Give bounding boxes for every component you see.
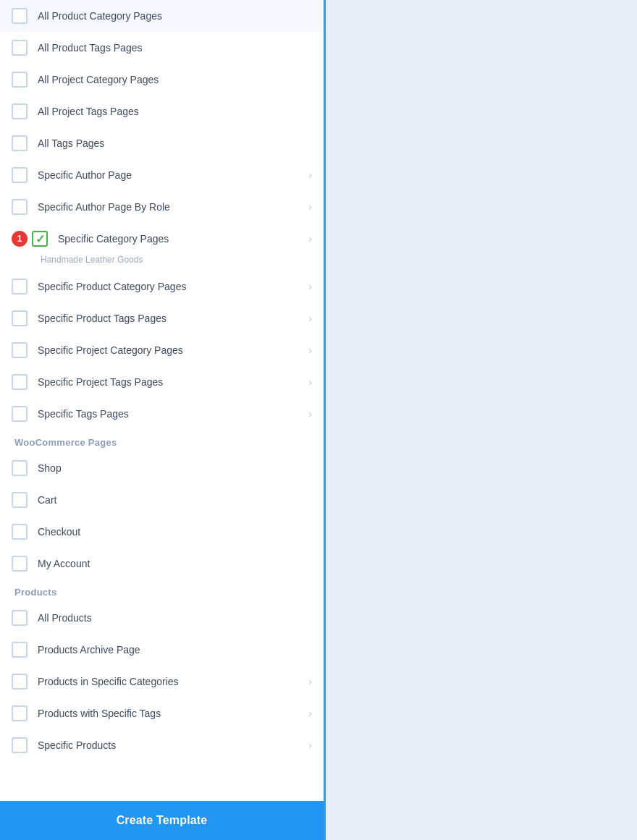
- item-row-all-tags-pages[interactable]: All Tags Pages: [0, 127, 324, 159]
- chevron-icon-products-in-specific-categories: ›: [308, 676, 312, 687]
- item-label-specific-product-category-pages: Specific Product Category Pages: [38, 281, 304, 292]
- list-item-specific-product-tags-pages[interactable]: Specific Product Tags Pages›: [0, 302, 324, 334]
- woocommerce-section: WooCommerce Pages ShopCartCheckoutMy Acc…: [0, 430, 324, 580]
- item-row-specific-project-tags-pages[interactable]: Specific Project Tags Pages›: [0, 366, 324, 398]
- checkbox-all-products[interactable]: [12, 610, 28, 626]
- checkbox-specific-product-tags-pages[interactable]: [12, 310, 28, 326]
- checkbox-specific-author-page-by-role[interactable]: [12, 199, 28, 215]
- checkbox-shop[interactable]: [12, 460, 28, 476]
- checkbox-my-account[interactable]: [12, 556, 28, 572]
- item-row-cart[interactable]: Cart: [0, 484, 324, 516]
- item-row-my-account[interactable]: My Account: [0, 548, 324, 580]
- item-row-checkout[interactable]: Checkout: [0, 516, 324, 548]
- main-panel: All Product Category PagesAll Product Ta…: [0, 0, 326, 840]
- item-label-all-products: All Products: [38, 612, 312, 624]
- checkbox-checkout[interactable]: [12, 524, 28, 540]
- item-label-all-project-category-pages: All Project Category Pages: [38, 74, 312, 85]
- sublabel-specific-category-pages: Handmade Leather Goods: [0, 255, 324, 271]
- checkbox-products-in-specific-categories[interactable]: [12, 674, 28, 690]
- chevron-icon-specific-project-category-pages: ›: [308, 344, 312, 356]
- item-label-all-product-category-pages: All Product Category Pages: [38, 10, 312, 22]
- item-label-all-product-tags-pages: All Product Tags Pages: [38, 42, 312, 54]
- checkbox-all-product-tags-pages[interactable]: [12, 40, 28, 56]
- list-item-specific-author-page-by-role[interactable]: Specific Author Page By Role›: [0, 191, 324, 223]
- list-item-my-account[interactable]: My Account: [0, 548, 324, 580]
- checkbox-specific-product-category-pages[interactable]: [12, 279, 28, 294]
- checkbox-specific-project-tags-pages[interactable]: [12, 374, 28, 390]
- checkbox-cart[interactable]: [12, 492, 28, 508]
- list-item-all-project-category-pages[interactable]: All Project Category Pages: [0, 64, 324, 96]
- checkbox-all-project-tags-pages[interactable]: [12, 103, 28, 119]
- item-row-products-archive-page[interactable]: Products Archive Page: [0, 634, 324, 666]
- item-row-products-with-specific-tags[interactable]: Products with Specific Tags›: [0, 697, 324, 729]
- list-item-specific-tags-pages[interactable]: Specific Tags Pages›: [0, 398, 324, 430]
- item-row-specific-product-category-pages[interactable]: Specific Product Category Pages›: [0, 271, 324, 302]
- checkbox-specific-category-pages[interactable]: ✓: [32, 231, 48, 247]
- item-row-specific-author-page[interactable]: Specific Author Page›: [0, 159, 324, 191]
- checkbox-specific-tags-pages[interactable]: [12, 406, 28, 422]
- list-item-products-archive-page[interactable]: Products Archive Page: [0, 634, 324, 666]
- item-row-specific-product-tags-pages[interactable]: Specific Product Tags Pages›: [0, 302, 324, 334]
- list-item-specific-project-tags-pages[interactable]: Specific Project Tags Pages›: [0, 366, 324, 398]
- item-label-specific-project-tags-pages: Specific Project Tags Pages: [38, 376, 304, 388]
- item-label-products-in-specific-categories: Products in Specific Categories: [38, 676, 304, 687]
- item-label-specific-category-pages: Specific Category Pages: [58, 233, 304, 245]
- checkbox-all-product-category-pages[interactable]: [12, 8, 28, 24]
- list-item-checkout[interactable]: Checkout: [0, 516, 324, 548]
- list-item-products-in-specific-categories[interactable]: Products in Specific Categories›: [0, 666, 324, 697]
- item-label-all-project-tags-pages: All Project Tags Pages: [38, 106, 312, 117]
- item-label-products-archive-page: Products Archive Page: [38, 644, 312, 656]
- woocommerce-items: ShopCartCheckoutMy Account: [0, 452, 324, 580]
- list-item-specific-category-pages[interactable]: 1✓Specific Category Pages›Handmade Leath…: [0, 223, 324, 271]
- products-section-header: Products: [0, 580, 324, 602]
- chevron-icon-specific-product-tags-pages: ›: [308, 313, 312, 324]
- list-item-all-tags-pages[interactable]: All Tags Pages: [0, 127, 324, 159]
- item-row-specific-author-page-by-role[interactable]: Specific Author Page By Role›: [0, 191, 324, 223]
- list-item-all-product-category-pages[interactable]: All Product Category Pages: [0, 0, 324, 32]
- checkbox-specific-products[interactable]: [12, 737, 28, 753]
- checkbox-specific-project-category-pages[interactable]: [12, 342, 28, 358]
- list-item-specific-project-category-pages[interactable]: Specific Project Category Pages›: [0, 334, 324, 366]
- item-row-all-product-tags-pages[interactable]: All Product Tags Pages: [0, 32, 324, 64]
- item-row-specific-products[interactable]: Specific Products›: [0, 729, 324, 761]
- list-item-specific-product-category-pages[interactable]: Specific Product Category Pages›: [0, 271, 324, 302]
- list-container: All Product Category PagesAll Product Ta…: [0, 0, 324, 801]
- item-row-specific-tags-pages[interactable]: Specific Tags Pages›: [0, 398, 324, 430]
- chevron-icon-specific-author-page: ›: [308, 169, 312, 181]
- item-row-all-product-category-pages[interactable]: All Product Category Pages: [0, 0, 324, 32]
- item-row-shop[interactable]: Shop: [0, 452, 324, 484]
- list-item-products-with-specific-tags[interactable]: Products with Specific Tags›: [0, 697, 324, 729]
- item-label-products-with-specific-tags: Products with Specific Tags: [38, 708, 304, 719]
- item-row-all-project-tags-pages[interactable]: All Project Tags Pages: [0, 96, 324, 127]
- chevron-icon-specific-category-pages: ›: [308, 233, 312, 245]
- checkbox-all-tags-pages[interactable]: [12, 135, 28, 151]
- checkbox-products-archive-page[interactable]: [12, 642, 28, 658]
- item-label-all-tags-pages: All Tags Pages: [38, 137, 312, 149]
- list-item-specific-products[interactable]: Specific Products›: [0, 729, 324, 761]
- item-label-shop: Shop: [38, 462, 312, 474]
- chevron-icon-specific-project-tags-pages: ›: [308, 376, 312, 388]
- checkbox-products-with-specific-tags[interactable]: [12, 705, 28, 721]
- checkbox-specific-author-page[interactable]: [12, 167, 28, 183]
- item-label-specific-tags-pages: Specific Tags Pages: [38, 408, 304, 420]
- products-items: All ProductsProducts Archive PageProduct…: [0, 602, 324, 761]
- create-template-button[interactable]: Create Template: [0, 801, 324, 840]
- item-row-products-in-specific-categories[interactable]: Products in Specific Categories›: [0, 666, 324, 697]
- chevron-icon-specific-products: ›: [308, 739, 312, 751]
- item-label-cart: Cart: [38, 494, 312, 506]
- list-item-shop[interactable]: Shop: [0, 452, 324, 484]
- list-item-all-product-tags-pages[interactable]: All Product Tags Pages: [0, 32, 324, 64]
- item-row-all-project-category-pages[interactable]: All Project Category Pages: [0, 64, 324, 96]
- item-label-specific-project-category-pages: Specific Project Category Pages: [38, 344, 304, 356]
- item-label-specific-author-page: Specific Author Page: [38, 169, 304, 181]
- item-row-specific-project-category-pages[interactable]: Specific Project Category Pages›: [0, 334, 324, 366]
- item-row-all-products[interactable]: All Products: [0, 602, 324, 634]
- list-item-all-products[interactable]: All Products: [0, 602, 324, 634]
- list-item-specific-author-page[interactable]: Specific Author Page›: [0, 159, 324, 191]
- checkbox-all-project-category-pages[interactable]: [12, 72, 28, 88]
- chevron-icon-specific-product-category-pages: ›: [308, 281, 312, 292]
- list-item-all-project-tags-pages[interactable]: All Project Tags Pages: [0, 96, 324, 127]
- checkmark-icon: ✓: [35, 232, 45, 246]
- list-item-cart[interactable]: Cart: [0, 484, 324, 516]
- item-row-specific-category-pages[interactable]: 1✓Specific Category Pages›: [0, 223, 324, 255]
